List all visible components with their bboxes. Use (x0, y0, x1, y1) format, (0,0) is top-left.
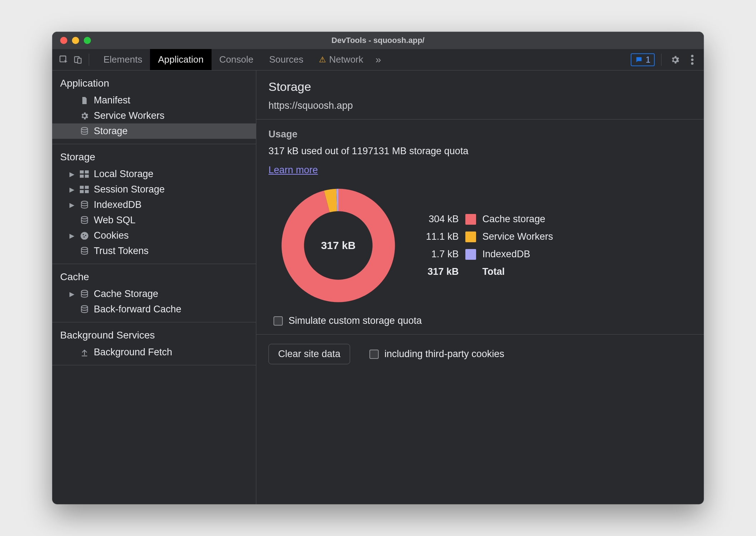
sidebar-item-indexeddb[interactable]: ▶IndexedDB (52, 197, 256, 213)
svg-point-22 (81, 290, 87, 293)
sidebar-item-label: Cookies (94, 230, 129, 241)
separator (89, 54, 89, 66)
cookie-icon (79, 231, 89, 241)
tab-application[interactable]: Application (150, 49, 211, 70)
sidebar-item-label: Storage (94, 126, 128, 137)
more-tabs-icon[interactable]: » (371, 53, 386, 67)
caret-icon: ▶ (69, 201, 75, 209)
sidebar-item-label: Cache Storage (94, 288, 158, 299)
console-messages-badge[interactable]: 1 (631, 53, 655, 66)
svg-point-21 (81, 247, 87, 250)
sidebar-item-storage[interactable]: Storage (52, 123, 256, 139)
svg-point-15 (81, 201, 87, 204)
usage-heading: Usage (268, 129, 692, 140)
donut-total-label: 317 kB (279, 186, 397, 304)
clear-site-data-button[interactable]: Clear site data (268, 344, 350, 364)
checkbox-icon (273, 316, 283, 326)
caret-icon: ▶ (69, 170, 75, 178)
third-party-cookies-checkbox[interactable]: including third-party cookies (369, 349, 504, 360)
sidebar-item-cache-storage[interactable]: ▶Cache Storage (52, 286, 256, 302)
simulate-quota-label: Simulate custom storage quota (289, 315, 422, 326)
svg-rect-9 (80, 175, 84, 178)
usage-breakdown: 317 kB 304 kBCache storage11.1 kBService… (279, 186, 692, 304)
panel-tabs: ElementsApplicationConsoleSources⚠Networ… (96, 49, 371, 70)
svg-rect-14 (85, 190, 89, 193)
sidebar-item-label: Web SQL (94, 215, 136, 226)
svg-point-5 (691, 62, 694, 65)
svg-point-4 (691, 58, 694, 61)
device-toggle-icon[interactable] (71, 53, 85, 67)
sidebar-item-web-sql[interactable]: Web SQL (52, 213, 256, 228)
legend-label: Service Workers (483, 231, 553, 242)
simulate-quota-checkbox[interactable]: Simulate custom storage quota (273, 315, 692, 326)
svg-rect-12 (85, 186, 89, 189)
sidebar-item-service-workers[interactable]: Service Workers (52, 108, 256, 123)
maximize-window-button[interactable] (84, 37, 91, 44)
clear-section: Clear site data including third-party co… (256, 335, 704, 372)
sidebar-item-local-storage[interactable]: ▶Local Storage (52, 166, 256, 182)
tab-sources[interactable]: Sources (261, 49, 311, 70)
kebab-menu-icon[interactable] (685, 53, 699, 67)
db-icon (79, 126, 89, 136)
file-icon (79, 96, 89, 106)
tab-label: Sources (269, 54, 303, 65)
tab-network[interactable]: ⚠Network (311, 49, 371, 70)
sidebar-item-background-fetch[interactable]: Background Fetch (52, 345, 256, 360)
close-window-button[interactable] (60, 37, 67, 44)
sidebar-item-back-forward-cache[interactable]: Back-forward Cache (52, 302, 256, 317)
db-icon (79, 200, 89, 210)
sidebar-item-label: Service Workers (94, 110, 165, 121)
devtools-window: DevTools - squoosh.app/ ElementsApplicat… (52, 32, 704, 504)
svg-rect-11 (80, 186, 84, 189)
third-party-cookies-label: including third-party cookies (384, 349, 504, 360)
titlebar: DevTools - squoosh.app/ (52, 32, 704, 49)
db-icon (79, 215, 89, 225)
grid-icon (79, 169, 89, 179)
legend-size: 1.7 kB (426, 249, 459, 260)
origin-url: https://squoosh.app (268, 100, 692, 111)
window-title: DevTools - squoosh.app/ (52, 36, 704, 45)
sidebar-group-storage: Storage (52, 148, 256, 166)
messages-count: 1 (646, 55, 650, 65)
svg-point-17 (81, 232, 88, 240)
sidebar-item-label: Session Storage (94, 184, 165, 195)
tab-console[interactable]: Console (212, 49, 261, 70)
sidebar-item-label: Background Fetch (94, 347, 172, 358)
warning-icon: ⚠ (319, 55, 326, 64)
sidebar-item-session-storage[interactable]: ▶Session Storage (52, 182, 256, 197)
usage-section: Usage 317 kB used out of 1197131 MB stor… (256, 120, 704, 335)
tab-label: Network (329, 54, 363, 65)
svg-point-23 (81, 306, 87, 308)
svg-rect-2 (78, 58, 81, 63)
sidebar-group-cache: Cache (52, 268, 256, 286)
sidebar-item-cookies[interactable]: ▶Cookies (52, 228, 256, 243)
settings-icon[interactable] (668, 53, 682, 67)
legend-swatch (465, 232, 476, 242)
tab-elements[interactable]: Elements (96, 49, 150, 70)
sidebar-item-label: IndexedDB (94, 199, 142, 210)
tab-label: Application (158, 54, 203, 65)
sidebar-item-label: Local Storage (94, 169, 154, 180)
legend-size: 11.1 kB (426, 231, 459, 242)
upload-icon (79, 347, 89, 357)
sidebar-item-manifest[interactable]: Manifest (52, 93, 256, 108)
svg-rect-10 (85, 175, 89, 178)
sidebar-item-label: Trust Tokens (94, 245, 149, 257)
usage-summary: 317 kB used out of 1197131 MB storage qu… (268, 146, 692, 157)
svg-point-3 (691, 55, 694, 57)
legend-total-size: 317 kB (426, 266, 459, 277)
inspect-element-icon[interactable] (57, 53, 71, 67)
storage-panel: Storage https://squoosh.app Usage 317 kB… (256, 70, 704, 504)
content: ApplicationManifestService WorkersStorag… (52, 70, 704, 504)
gear-icon (79, 111, 89, 121)
sidebar-item-trust-tokens[interactable]: Trust Tokens (52, 243, 256, 259)
legend-total-label: Total (483, 266, 553, 277)
sidebar-group-background-services: Background Services (52, 327, 256, 345)
learn-more-link[interactable]: Learn more (268, 165, 318, 176)
sidebar-group-application: Application (52, 75, 256, 93)
usage-legend: 304 kBCache storage11.1 kBService Worker… (426, 214, 553, 277)
storage-header: Storage https://squoosh.app (256, 70, 704, 120)
usage-donut-chart: 317 kB (279, 186, 397, 304)
svg-rect-7 (80, 170, 84, 174)
minimize-window-button[interactable] (72, 37, 79, 44)
